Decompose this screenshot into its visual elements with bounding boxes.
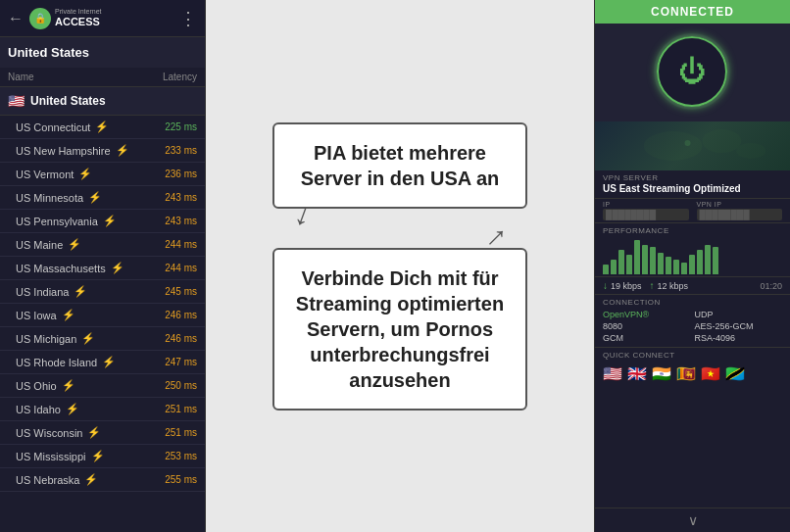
list-item[interactable]: US Massachusetts ⚡ 244 ms: [0, 257, 205, 280]
bottom-chevron[interactable]: ∨: [595, 508, 790, 532]
power-button[interactable]: ⏻: [654, 33, 732, 112]
server-row-left: US Pennsylvania ⚡: [16, 215, 117, 227]
server-row-left: US Wisconsin ⚡: [16, 426, 101, 439]
logo-text: Private Internet ACCESS: [55, 8, 101, 29]
server-latency: 243 ms: [165, 192, 197, 203]
list-item[interactable]: US Connecticut ⚡ 225 ms: [0, 116, 205, 139]
server-icon: ⚡: [88, 191, 102, 204]
server-name: US Minnesota: [16, 192, 83, 204]
server-icon: ⚡: [81, 332, 95, 345]
server-icon: ⚡: [74, 285, 87, 298]
list-item[interactable]: US Pennsylvania ⚡ 243 ms: [0, 210, 205, 233]
server-latency: 253 ms: [165, 451, 197, 461]
group-name: United States: [30, 94, 106, 108]
server-latency: 233 ms: [165, 145, 197, 156]
connection-label: CONNECTION: [595, 294, 790, 308]
chart-bar: [666, 257, 671, 274]
quick-connect-flag[interactable]: 🇻🇳: [701, 364, 720, 383]
list-item[interactable]: US Maine ⚡ 244 ms: [0, 233, 205, 257]
chart-bar: [673, 260, 679, 274]
quick-connect-flag[interactable]: 🇹🇿: [725, 364, 745, 383]
svg-point-1: [644, 131, 703, 161]
list-item[interactable]: US Iowa ⚡ 246 ms: [0, 304, 205, 327]
download-stat: ↓ 19 kbps: [603, 280, 642, 291]
stats-row: ↓ 19 kbps ↑ 12 kbps 01:20: [595, 276, 790, 294]
server-row-left: US Minnesota ⚡: [16, 191, 102, 204]
list-item[interactable]: US Idaho ⚡ 251 ms: [0, 398, 205, 421]
encryption-value: GCM: [603, 333, 691, 343]
upload-speed: 12 kbps: [658, 281, 689, 291]
chevron-down-icon[interactable]: ∨: [688, 512, 698, 528]
back-button[interactable]: ←: [8, 10, 24, 27]
server-name: US New Hampshire: [16, 145, 111, 157]
svg-rect-0: [595, 121, 790, 170]
quick-connect-flag[interactable]: 🇺🇸: [603, 364, 622, 383]
upload-stat: ↑ 12 kbps: [650, 280, 689, 291]
app-header: ← 🔒 Private Internet ACCESS ⋮: [0, 0, 205, 37]
server-name: US Michigan: [16, 333, 76, 345]
list-item[interactable]: US Minnesota ⚡ 243 ms: [0, 186, 205, 210]
ip-label: IP: [603, 201, 689, 208]
server-list[interactable]: 🇺🇸 United States US Connecticut ⚡ 225 ms…: [0, 87, 205, 532]
list-item[interactable]: US Ohio ⚡ 250 ms: [0, 374, 205, 398]
transport-value: UDP: [695, 310, 783, 319]
server-row-left: US Connecticut ⚡: [16, 121, 109, 133]
list-item[interactable]: US Vermont ⚡ 236 ms: [0, 163, 205, 186]
latency-column-header: Latency: [163, 72, 197, 82]
quick-connect-flag[interactable]: 🇱🇰: [676, 364, 696, 383]
server-row-left: US Iowa ⚡: [16, 309, 75, 321]
quick-connect-flag[interactable]: 🇮🇳: [652, 364, 671, 383]
list-item[interactable]: US Mississippi ⚡ 253 ms: [0, 445, 205, 468]
server-row-left: US Indiana ⚡: [16, 285, 87, 298]
chart-bar: [650, 247, 656, 274]
quick-connect-flag[interactable]: 🇬🇧: [627, 364, 647, 383]
map-thumbnail: [595, 121, 790, 170]
server-group-header: 🇺🇸 United States: [0, 87, 205, 116]
server-latency: 236 ms: [165, 169, 197, 179]
power-section: ⏻: [595, 24, 790, 121]
server-name: US Massachusetts: [16, 263, 106, 274]
list-item[interactable]: US Nebraska ⚡ 255 ms: [0, 468, 205, 492]
ip-col: IP ████████: [603, 201, 689, 220]
server-row-left: US Idaho ⚡: [16, 403, 79, 415]
server-name: US Connecticut: [16, 121, 90, 133]
server-latency: 251 ms: [165, 404, 197, 414]
right-panel: CONNECTED ⏻ VPN SERVER US East Streaming…: [594, 0, 790, 532]
ip-value: ████████: [603, 209, 689, 220]
list-item[interactable]: US Indiana ⚡ 245 ms: [0, 280, 205, 304]
port-value: 8080: [603, 321, 691, 331]
server-name: US Indiana: [16, 286, 69, 298]
server-name: US Iowa: [16, 310, 57, 321]
chart-bar: [658, 253, 664, 274]
server-row-left: US Rhode Island ⚡: [16, 356, 116, 368]
chart-bar: [642, 245, 648, 274]
server-latency: 247 ms: [165, 357, 197, 367]
server-row-left: US Vermont ⚡: [16, 168, 92, 180]
server-latency: 251 ms: [165, 427, 197, 438]
vpn-ip-label: VPN IP: [697, 201, 783, 208]
server-row-left: US Mississippi ⚡: [16, 450, 105, 462]
server-icon: ⚡: [95, 121, 109, 133]
server-latency: 255 ms: [165, 474, 197, 485]
server-name: US Mississippi: [16, 451, 86, 462]
list-item[interactable]: US Michigan ⚡ 246 ms: [0, 327, 205, 351]
list-item[interactable]: US Rhode Island ⚡ 247 ms: [0, 351, 205, 374]
performance-label: PERFORMANCE: [595, 222, 790, 237]
ip-row: IP ████████ VPN IP ████████: [595, 198, 790, 222]
server-rows-container: US Connecticut ⚡ 225 ms US New Hampshire…: [0, 116, 205, 492]
list-item[interactable]: US Wisconsin ⚡ 251 ms: [0, 421, 205, 445]
quick-connect-label: QUICK CONNECT: [595, 347, 790, 362]
server-row-left: US Maine ⚡: [16, 238, 81, 251]
name-column-header: Name: [8, 72, 34, 82]
chart-bar: [626, 255, 632, 274]
server-icon: ⚡: [116, 144, 129, 157]
upload-arrow: ↑: [650, 280, 655, 291]
svg-point-3: [736, 143, 765, 159]
middle-area: PIA bietet mehrere Server in den USA an …: [206, 0, 594, 532]
server-row-left: US New Hampshire ⚡: [16, 144, 129, 157]
list-item[interactable]: US New Hampshire ⚡ 233 ms: [0, 139, 205, 163]
chart-bar: [705, 245, 711, 274]
server-icon: ⚡: [102, 356, 116, 368]
menu-button[interactable]: ⋮: [179, 8, 197, 29]
power-icon: ⏻: [678, 58, 706, 85]
